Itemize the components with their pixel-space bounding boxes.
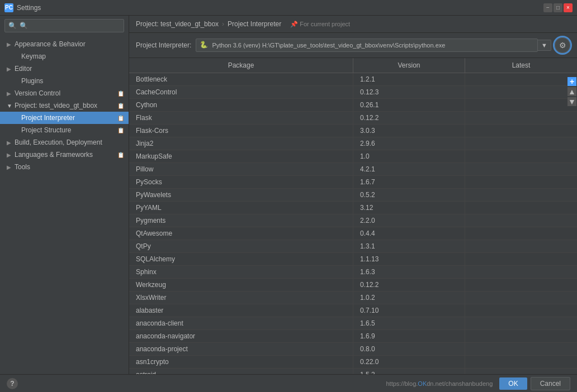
table-row[interactable]: anaconda-navigator 1.6.9 (129, 330, 577, 343)
cell-latest (465, 369, 577, 374)
table-row[interactable]: Cython 0.26.1 (129, 99, 577, 112)
cell-version: 0.12.2 (353, 112, 465, 124)
cell-package: Flask (129, 112, 353, 124)
breadcrumb: Project: test_video_gt_bbox › Project In… (129, 16, 577, 33)
cell-latest (465, 189, 577, 201)
help-button[interactable]: ? (7, 378, 18, 389)
ok-button[interactable]: OK (499, 377, 527, 390)
interpreter-settings-button[interactable]: ⚙ (555, 37, 570, 53)
cell-package: PyYAML (129, 202, 353, 214)
search-input[interactable] (4, 19, 124, 32)
cell-latest (465, 214, 577, 227)
cancel-button[interactable]: Cancel (531, 377, 570, 390)
table-row[interactable]: alabaster 0.7.10 (129, 304, 577, 317)
table-row[interactable]: Bottleneck 1.2.1 (129, 73, 577, 86)
table-header: Package Version Latest (129, 58, 577, 73)
sidebar-item-project-structure[interactable]: Project Structure📋 (0, 124, 129, 136)
cell-package: MarkupSafe (129, 150, 353, 162)
cell-version: 1.0.2 (353, 291, 465, 304)
table-row[interactable]: Flask 0.12.2 (129, 112, 577, 125)
interpreter-row: Project Interpreter: 🐍 Python 3.6 (venv)… (129, 33, 577, 58)
cell-package: asn1crypto (129, 356, 353, 368)
sidebar-item-label: Project Interpreter (21, 114, 115, 122)
cell-version: 3.0.3 (353, 125, 465, 137)
cell-latest (465, 227, 577, 240)
sidebar-item-tools[interactable]: ▶Tools (0, 161, 129, 173)
table-row[interactable]: MarkupSafe 1.0 (129, 150, 577, 163)
sidebar-item-keymap[interactable]: Keymap (0, 50, 129, 63)
sidebar-item-languages[interactable]: ▶Languages & Frameworks📋 (0, 149, 129, 161)
table-row[interactable]: anaconda-project 0.8.0 (129, 343, 577, 356)
arrow-icon: ▼ (7, 103, 12, 109)
breadcrumb-current: Project Interpreter (228, 20, 281, 28)
sidebar-item-label: Build, Execution, Deployment (15, 138, 124, 146)
sidebar-item-build[interactable]: ▶Build, Execution, Deployment (0, 136, 129, 149)
sidebar-item-version-control[interactable]: ▶Version Control📋 (0, 87, 129, 99)
ext-icon: 📋 (117, 152, 124, 158)
cell-version: 1.1.13 (353, 253, 465, 265)
sidebar-item-editor[interactable]: ▶Editor (0, 63, 129, 75)
table-row[interactable]: anaconda-client 1.6.5 (129, 317, 577, 330)
cell-package: Sphinx (129, 266, 353, 278)
table-row[interactable]: Pygments 2.2.0 (129, 214, 577, 227)
sidebar-item-project-interpreter[interactable]: Project Interpreter📋 (0, 112, 129, 124)
sidebar-item-label: Tools (15, 163, 124, 171)
cell-latest (465, 73, 577, 85)
sidebar-item-label: Editor (15, 65, 124, 73)
table-row[interactable]: PySocks 1.6.7 (129, 176, 577, 189)
cell-package: QtAwesome (129, 227, 353, 240)
search-box[interactable]: 🔍 (4, 19, 124, 32)
col-package: Package (129, 58, 353, 73)
arrow-icon: ▶ (7, 152, 12, 158)
maximize-button[interactable]: □ (554, 3, 562, 12)
cell-version: 1.2.1 (353, 73, 465, 85)
sidebar-item-plugins[interactable]: Plugins (0, 75, 129, 87)
close-button[interactable]: × (564, 3, 573, 12)
cell-latest (465, 240, 577, 252)
interpreter-dropdown-button[interactable]: ▼ (538, 40, 551, 51)
table-row[interactable]: asn1crypto 0.22.0 (129, 356, 577, 369)
table-row[interactable]: PyWavelets 0.5.2 (129, 189, 577, 202)
cell-version: 1.5.3 (353, 369, 465, 374)
cell-latest (465, 291, 577, 304)
sidebar-item-appearance[interactable]: ▶Appearance & Behavior (0, 38, 129, 50)
sidebar-item-label: Version Control (15, 89, 115, 97)
minimize-button[interactable]: − (543, 3, 552, 12)
table-row[interactable]: XlsxWriter 1.0.2 (129, 291, 577, 304)
table-row[interactable]: QtAwesome 0.4.4 (129, 227, 577, 240)
table-row[interactable]: SQLAlchemy 1.1.13 (129, 253, 577, 266)
cell-latest (465, 304, 577, 317)
cell-version: 0.5.2 (353, 189, 465, 201)
cell-package: CacheControl (129, 86, 353, 98)
cell-latest (465, 266, 577, 278)
cell-package: SQLAlchemy (129, 253, 353, 265)
table-row[interactable]: PyYAML 3.12 (129, 202, 577, 214)
cell-version: 2.9.6 (353, 137, 465, 150)
scroll-up-button[interactable]: ▲ (567, 87, 576, 96)
arrow-icon: ▶ (7, 41, 12, 47)
cell-latest (465, 317, 577, 329)
table-row[interactable]: Flask-Cors 3.0.3 (129, 125, 577, 137)
sidebar-item-label: Project Structure (21, 126, 115, 134)
scroll-down-button[interactable]: ▼ (567, 97, 576, 106)
table-row[interactable]: Sphinx 1.6.3 (129, 266, 577, 279)
add-package-button[interactable]: + (567, 77, 576, 86)
sidebar-item-project[interactable]: ▼Project: test_video_gt_bbox📋 (0, 99, 129, 112)
cell-package: Bottleneck (129, 73, 353, 85)
table-row[interactable]: Werkzeug 0.12.2 (129, 279, 577, 291)
cell-version: 0.26.1 (353, 99, 465, 111)
table-row[interactable]: CacheControl 0.12.3 (129, 86, 577, 99)
interpreter-select[interactable]: 🐍 Python 3.6 (venv) H:\GT\plate_use_tool… (196, 39, 538, 52)
content-area: Project: test_video_gt_bbox › Project In… (129, 16, 577, 374)
cell-package: Pygments (129, 214, 353, 227)
breadcrumb-project: Project: test_video_gt_bbox (136, 20, 219, 28)
cell-package: astroid (129, 369, 353, 374)
table-row[interactable]: Jinja2 2.9.6 (129, 137, 577, 150)
table-row[interactable]: Pillow 4.2.1 (129, 163, 577, 176)
cell-version: 2.2.0 (353, 214, 465, 227)
cell-latest (465, 150, 577, 162)
table-row[interactable]: astroid 1.5.3 (129, 369, 577, 374)
cell-version: 1.3.1 (353, 240, 465, 252)
table-row[interactable]: QtPy 1.3.1 (129, 240, 577, 253)
cell-latest (465, 202, 577, 214)
